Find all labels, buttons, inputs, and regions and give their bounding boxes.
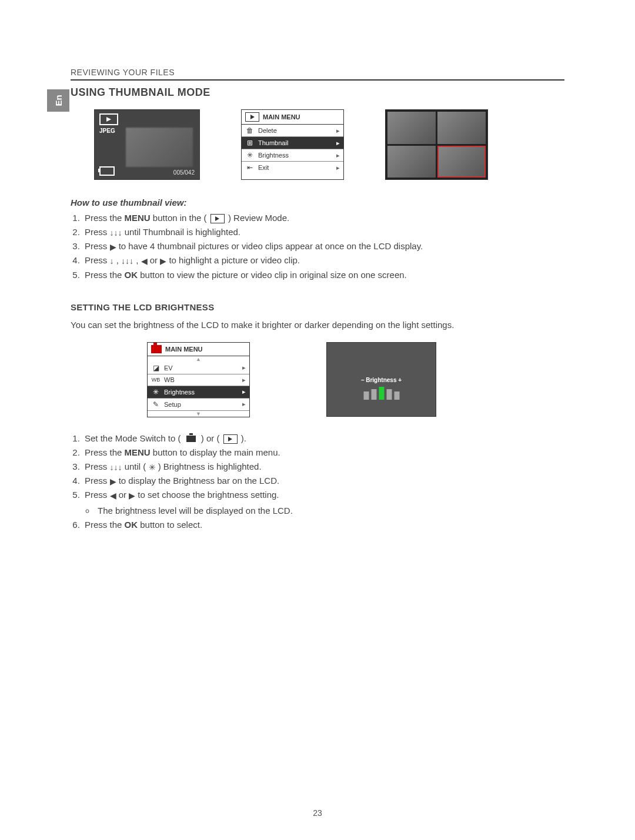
bar-1: [363, 391, 369, 400]
figure-row-brightness: MAIN MENU ▲ ◪ EV ▸ WB WB ▸ ✳ Brightness …: [147, 342, 564, 417]
menu-item-setup: ✎ Setup ▸: [148, 399, 249, 411]
left-arrow-icon: ◀: [110, 491, 116, 500]
thumb-1: [387, 112, 436, 144]
setup-icon: ✎: [151, 400, 161, 409]
thumb-3: [387, 146, 436, 178]
review-main-menu-figure: MAIN MENU 🗑 Delete ▸ ⊞ Thumbnail ▸ ✳ Bri…: [241, 109, 344, 180]
submenu-arrow-icon: ▸: [336, 152, 340, 159]
camera-icon: [151, 345, 162, 353]
step-1: Press the MENU button in the ( ) Review …: [82, 211, 564, 225]
thumbnail-steps-list: Press the MENU button in the ( ) Review …: [71, 211, 564, 282]
step-6: Press the OK button to select.: [82, 518, 564, 532]
down-arrow-icon: ↓: [110, 256, 114, 266]
menu-header: MAIN MENU: [242, 110, 343, 125]
section-header: REVIEWING YOUR FILES: [71, 68, 564, 81]
submenu-arrow-icon: ▸: [242, 376, 246, 384]
brightness-bars: [363, 387, 399, 400]
step-2: Press ↓↓↓ until Thumbnail is highlighted…: [82, 225, 564, 239]
menu-item-thumbnail: ⊞ Thumbnail ▸: [242, 137, 343, 149]
menu-item-brightness: ✳ Brightness ▸: [148, 386, 249, 399]
manual-page: En REVIEWING YOUR FILES USING THUMBNAIL …: [0, 0, 635, 840]
step-1: Set the Mode Switch to ( ) or ( ).: [82, 431, 564, 446]
down-arrows-icon: ↓↓↓: [110, 463, 122, 472]
figure-row-thumbnail: JPEG 005/042 MAIN MENU 🗑 Delete ▸ ⊞ Thum…: [94, 109, 564, 180]
thumb-4-selected: [437, 146, 486, 178]
thumbnail-grid-figure: [385, 109, 488, 180]
menu-item-label: Exit: [258, 164, 269, 171]
brightness-icon: ✳: [245, 151, 255, 159]
right-arrow-icon: ▶: [110, 477, 116, 486]
submenu-arrow-icon: ▸: [242, 388, 246, 396]
menu-item-delete: 🗑 Delete ▸: [242, 125, 343, 137]
step-5: Press the OK button to view the picture …: [82, 268, 564, 282]
step-4: Press ↓ , ↓↓↓ , ◀ or ▶ to highlight a pi…: [82, 253, 564, 267]
down-arrows-icon: ↓↓↓: [110, 228, 122, 237]
brightness-icon: ✳: [149, 463, 156, 472]
bar-4: [386, 389, 392, 400]
submenu-arrow-icon: ▸: [336, 127, 340, 135]
menu-item-label: Brightness: [164, 389, 195, 396]
menu-item-brightness: ✳ Brightness ▸: [242, 149, 343, 162]
bar-3-active: [379, 387, 384, 400]
image-counter: 005/042: [173, 169, 195, 176]
step-4: Press ▶ to display the Brightness bar on…: [82, 474, 564, 488]
title-brightness: SETTING THE LCD BRIGHTNESS: [71, 302, 564, 312]
scroll-up-icon: ▲: [148, 356, 249, 362]
down-arrows-icon: ↓↓↓: [121, 256, 133, 266]
submenu-arrow-icon: ▸: [242, 400, 246, 408]
language-tab: En: [47, 89, 69, 112]
menu-item-wb: WB WB ▸: [148, 374, 249, 386]
play-icon: [210, 214, 225, 223]
capture-main-menu-figure: MAIN MENU ▲ ◪ EV ▸ WB WB ▸ ✳ Brightness …: [147, 342, 250, 417]
menu-item-label: Delete: [258, 127, 277, 134]
trash-icon: 🗑: [245, 126, 255, 135]
step-5-sub: The brightness level will be displayed o…: [85, 504, 564, 518]
page-number: 23: [0, 808, 635, 818]
brightness-bar-label: – Brightness +: [327, 377, 436, 383]
battery-icon: [99, 166, 115, 176]
menu-title: MAIN MENU: [263, 113, 300, 121]
step-3: Press ↓↓↓ until ( ✳ ) Brightness is high…: [82, 460, 564, 474]
ev-icon: ◪: [151, 364, 161, 372]
menu-item-label: EV: [164, 364, 173, 372]
brightness-preview-figure: – Brightness +: [326, 342, 436, 417]
title-thumbnail-mode: USING THUMBNAIL MODE: [71, 86, 564, 99]
bar-2: [371, 389, 376, 400]
play-mode-icon: [99, 113, 118, 125]
exit-icon: ⇤: [245, 163, 255, 172]
menu-item-ev: ◪ EV ▸: [148, 362, 249, 374]
play-icon: [223, 434, 238, 444]
step-3: Press ▶ to have 4 thumbnail pictures or …: [82, 239, 564, 253]
menu-item-label: Brightness: [258, 152, 289, 159]
bar-5: [394, 391, 399, 400]
brightness-icon: ✳: [151, 388, 161, 396]
left-arrow-icon: ◀: [141, 256, 148, 266]
menu-item-label: Setup: [164, 401, 181, 408]
menu-header: MAIN MENU: [148, 343, 249, 356]
submenu-arrow-icon: ▸: [242, 364, 246, 372]
camera-icon: [185, 435, 198, 443]
menu-item-label: WB: [164, 376, 175, 383]
right-arrow-icon: ▶: [160, 256, 166, 266]
thumb-2: [437, 112, 486, 144]
brightness-intro: You can set the brightness of the LCD to…: [71, 318, 564, 332]
submenu-arrow-icon: ▸: [336, 164, 340, 172]
submenu-arrow-icon: ▸: [336, 139, 340, 147]
grid-icon: ⊞: [245, 139, 255, 147]
brightness-steps-list: Set the Mode Switch to ( ) or ( ). Press…: [71, 431, 564, 532]
right-arrow-icon: ▶: [129, 491, 135, 500]
right-arrow-icon: ▶: [110, 242, 116, 252]
step-2: Press the MENU button to display the mai…: [82, 446, 564, 460]
play-icon: [245, 112, 259, 122]
step-5: Press ◀ or ▶ to set choose the brightnes…: [82, 488, 564, 517]
scroll-down-icon: ▼: [148, 411, 249, 417]
howto-heading: How to use thumbnail view:: [71, 198, 564, 208]
wb-icon: WB: [151, 377, 161, 383]
photo-placeholder: [126, 128, 193, 167]
lcd-preview-figure: JPEG 005/042: [94, 109, 200, 180]
step-5-note: The brightness level will be displayed o…: [95, 504, 564, 518]
menu-item-exit: ⇤ Exit ▸: [242, 162, 343, 173]
menu-item-label: Thumbnail: [258, 139, 288, 146]
file-format-label: JPEG: [99, 128, 115, 134]
menu-title: MAIN MENU: [165, 346, 203, 353]
